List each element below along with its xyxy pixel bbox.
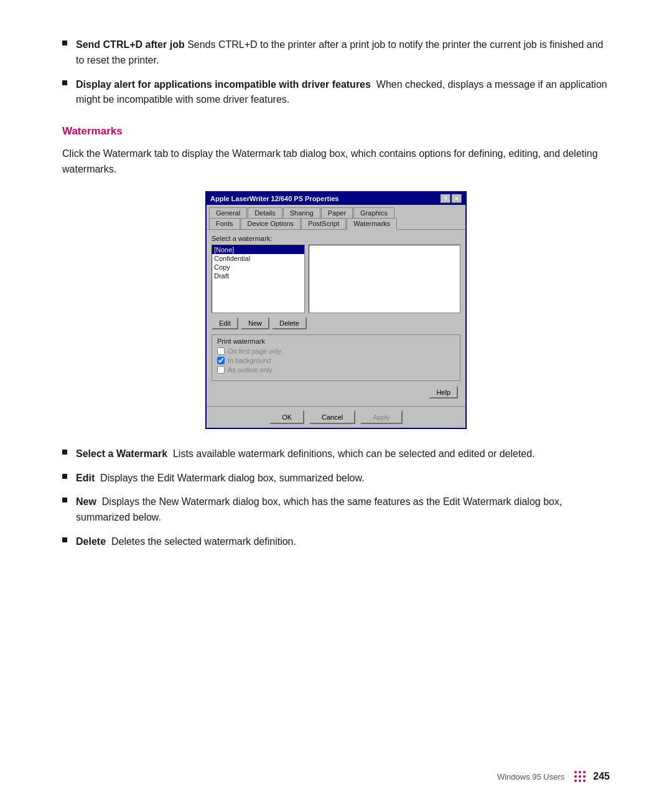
bullet-text-1: Send CTRL+D after job Sends CTRL+D to th… [76, 37, 610, 68]
list-item: New Displays the New Watermark dialog bo… [62, 494, 610, 526]
ok-button[interactable]: OK [269, 410, 304, 424]
bold-label-edit: Edit [76, 473, 95, 483]
bold-label-new: New [76, 496, 96, 507]
watermark-area: [None] Confidential Copy Draft [212, 245, 460, 313]
watermark-item-confidential[interactable]: Confidential [212, 254, 304, 263]
checkbox-background-input[interactable] [217, 357, 225, 364]
bullet-edit: Edit Displays the Edit Watermark dialog … [76, 471, 610, 486]
dot [574, 771, 577, 773]
bullet-icon [62, 474, 67, 479]
bullet-icon [62, 80, 67, 85]
titlebar-buttons: ? × [441, 194, 462, 203]
tabs-row2: Fonts Device Options PostScript Watermar… [207, 218, 465, 229]
dot [579, 775, 581, 778]
page-number: 245 [593, 771, 610, 782]
tab-general[interactable]: General [209, 207, 247, 218]
dot [574, 775, 577, 778]
bullet-delete: Delete Deletes the selected watermark de… [76, 534, 610, 550]
footer-dots [574, 771, 586, 782]
checkbox-background: In background [217, 357, 455, 364]
dialog-footer: OK Cancel Apply [207, 406, 465, 428]
watermark-list[interactable]: [None] Confidential Copy Draft [212, 245, 305, 313]
checkbox-first-page-input[interactable] [217, 347, 225, 355]
dot [579, 780, 581, 782]
bottom-bullet-list: Select a Watermark Lists available water… [62, 446, 610, 550]
watermark-item-copy[interactable]: Copy [212, 263, 304, 271]
list-item: Select a Watermark Lists available water… [62, 446, 610, 462]
top-bullet-list: Send CTRL+D after job Sends CTRL+D to th… [62, 37, 610, 108]
print-watermark-group: Print watermark On first page only In ba… [212, 334, 460, 381]
watermark-item-none[interactable]: [None] [212, 245, 304, 254]
list-item: Display alert for applications incompati… [62, 77, 610, 108]
checkbox-first-page: On first page only [217, 347, 455, 355]
bullet-new: New Displays the New Watermark dialog bo… [76, 494, 610, 526]
checkbox-outline-input[interactable] [217, 366, 225, 374]
tab-paper[interactable]: Paper [321, 207, 353, 218]
bullet-select-watermark: Select a Watermark Lists available water… [76, 446, 610, 462]
tab-details[interactable]: Details [248, 207, 282, 218]
apply-button[interactable]: Apply [360, 410, 403, 424]
page-content: Send CTRL+D after job Sends CTRL+D to th… [0, 0, 672, 608]
new-button[interactable]: New [241, 317, 269, 329]
help-button[interactable]: Help [429, 386, 458, 399]
tab-graphics[interactable]: Graphics [353, 207, 394, 218]
help-titlebar-button[interactable]: ? [441, 194, 450, 203]
tab-watermarks[interactable]: Watermarks [347, 218, 397, 230]
dot [583, 771, 586, 773]
dialog-title: Apple LaserWriter 12/640 PS Properties [210, 195, 338, 202]
checkbox-outline-label: As outline only [228, 366, 273, 374]
delete-button[interactable]: Delete [272, 317, 307, 329]
watermark-preview [309, 245, 460, 313]
close-titlebar-button[interactable]: × [452, 194, 462, 203]
list-item: Delete Deletes the selected watermark de… [62, 534, 610, 550]
dialog-titlebar: Apple LaserWriter 12/640 PS Properties ?… [207, 192, 465, 205]
tab-device-options[interactable]: Device Options [241, 218, 301, 229]
bullet-icon [62, 537, 67, 542]
watermark-label: Select a watermark: [212, 235, 460, 242]
dialog-body: Select a watermark: [None] Confidential … [207, 229, 465, 406]
checkbox-outline: As outline only [217, 366, 455, 374]
tab-postscript[interactable]: PostScript [301, 218, 346, 229]
bold-label-2: Display alert for applications incompati… [76, 79, 371, 90]
watermark-item-draft[interactable]: Draft [212, 271, 304, 280]
dot [583, 780, 586, 782]
bold-label-select: Select a Watermark [76, 448, 167, 459]
list-item: Send CTRL+D after job Sends CTRL+D to th… [62, 37, 610, 68]
dot [574, 780, 577, 782]
dialog-box: Apple LaserWriter 12/640 PS Properties ?… [205, 191, 467, 429]
bullet-icon [62, 498, 67, 503]
tab-fonts[interactable]: Fonts [209, 218, 240, 229]
bullet-text-2: Display alert for applications incompati… [76, 77, 610, 108]
bullet-icon [62, 40, 67, 45]
tab-sharing[interactable]: Sharing [283, 207, 320, 218]
checkbox-first-page-label: On first page only [228, 347, 281, 355]
bold-label-delete: Delete [76, 536, 106, 547]
cancel-button[interactable]: Cancel [309, 410, 355, 424]
dot [579, 771, 581, 773]
help-row: Help [212, 386, 460, 399]
section-description: Click the Watermark tab to display the W… [62, 146, 610, 177]
checkbox-background-label: In background [228, 357, 271, 364]
watermark-action-buttons: Edit New Delete [212, 317, 460, 329]
section-heading: Watermarks [62, 125, 610, 138]
group-legend: Print watermark [217, 337, 455, 345]
page-footer: Windows 95 Users 245 [497, 771, 610, 782]
bold-label-1: Send CTRL+D after job [76, 39, 185, 50]
dot [583, 775, 586, 778]
edit-button[interactable]: Edit [212, 317, 238, 329]
bullet-icon [62, 450, 67, 455]
list-item: Edit Displays the Edit Watermark dialog … [62, 471, 610, 486]
footer-text: Windows 95 Users [497, 772, 564, 781]
tabs-row1: General Details Sharing Paper Graphics [207, 205, 465, 218]
